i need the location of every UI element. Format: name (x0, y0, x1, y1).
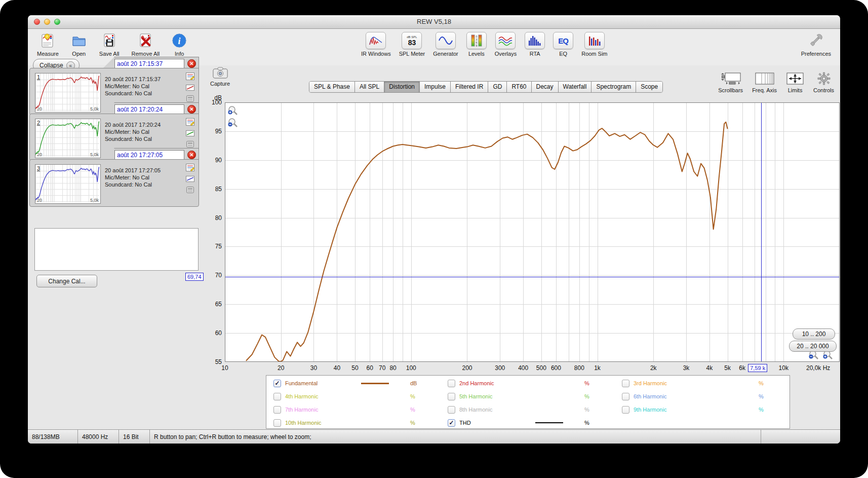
spl-meter-button[interactable]: dB SPL 83 SPL Meter (399, 32, 425, 57)
y-tick-85: 85 (200, 186, 222, 193)
measurement-actions-icon[interactable] (186, 95, 194, 102)
change-cal-button[interactable]: Change Cal... (36, 275, 97, 287)
levels-button[interactable]: 0369 Levels (466, 32, 487, 57)
range-20-20000-button[interactable]: 20 .. 20 000 (789, 341, 837, 352)
freq-axis-icon (755, 72, 775, 85)
open-folder-icon (71, 32, 87, 49)
measure-label: Measure (37, 51, 59, 57)
measurement-body[interactable]: 3 20 5,0k 20 août 2017 17:27:05 Mic/Mete… (29, 159, 199, 207)
zoom-out-vertical-icon[interactable] (227, 118, 239, 129)
scrollbars-button[interactable]: Scrollbars (718, 72, 743, 93)
measurement-name-input[interactable] (114, 150, 184, 160)
tab-waterfall[interactable]: Waterfall (559, 82, 592, 93)
legend-item-9th-harmonic: 9th Harmonic% (617, 403, 787, 416)
y-tick-100: 100 (200, 99, 222, 106)
measurement-name-input[interactable] (114, 104, 184, 115)
tab-filtered-ir[interactable]: Filtered IR (451, 82, 488, 93)
legend-checkbox-5th-harmonic[interactable] (448, 393, 455, 400)
legend-checkbox-thd[interactable]: ✓ (448, 419, 455, 427)
eq-icon: EQ (553, 32, 573, 49)
legend-label-4th-harmonic: 4th Harmonic (285, 393, 318, 399)
eq-label: EQ (559, 51, 567, 57)
legend-checkbox-2nd-harmonic[interactable] (448, 380, 455, 387)
range-10-200-button[interactable]: 10 .. 200 (793, 328, 835, 340)
thumb-axis-max: 5,0k (90, 152, 99, 157)
tab-gd[interactable]: GD (488, 82, 507, 93)
measurement-thumbnail[interactable]: 2 20 5,0k (35, 119, 101, 158)
overlays-button[interactable]: Overlays (495, 32, 517, 57)
info-button[interactable]: i Info (172, 32, 187, 57)
trace-color-icon[interactable] (186, 85, 194, 91)
tab-impulse[interactable]: Impulse (420, 82, 451, 93)
legend-checkbox-8th-harmonic[interactable] (448, 406, 455, 414)
save-all-button[interactable]: Save All (99, 32, 120, 57)
measurement-notes-icon[interactable] (186, 72, 194, 80)
limits-label: Limits (788, 87, 803, 93)
levels-icon: 0369 (466, 32, 487, 49)
remove-measurement-button[interactable]: ✕ (187, 105, 196, 114)
app-window: REW V5,18 Measure Open Save All (28, 15, 840, 444)
measurement-notes-box[interactable] (34, 228, 199, 271)
generator-label: Generator (433, 51, 458, 57)
remove-measurement-button[interactable]: ✕ (187, 59, 196, 68)
remove-all-button[interactable]: Remove All (132, 32, 160, 57)
ir-windows-button[interactable]: IR Windows (361, 32, 391, 57)
legend-sample-fundamental (361, 383, 389, 384)
eq-button[interactable]: EQ EQ (553, 32, 573, 57)
freq-axis-button[interactable]: Freq. Axis (752, 72, 777, 93)
legend-checkbox-9th-harmonic[interactable] (622, 406, 629, 414)
x-tick-6k: 6k (739, 364, 745, 372)
limits-button[interactable]: Limits (786, 72, 804, 93)
distortion-chart[interactable] (225, 102, 840, 362)
legend-checkbox-3rd-harmonic[interactable] (622, 380, 629, 387)
measurement-soundcard-cal: Soundcard: No Cal (105, 90, 181, 97)
rta-button[interactable]: RTA (525, 32, 545, 57)
legend-unit-5th-harmonic: % (584, 393, 589, 399)
tab-rt60[interactable]: RT60 (507, 82, 531, 93)
trace-color-icon[interactable] (186, 130, 194, 136)
limits-icon (786, 72, 804, 85)
measurement-thumbnail[interactable]: 1 20 5,0k (35, 73, 101, 113)
zoom-in-vertical-icon[interactable] (227, 105, 239, 117)
legend-checkbox-6th-harmonic[interactable] (622, 393, 629, 400)
tab-all-spl[interactable]: All SPL (355, 82, 384, 93)
measurement-thumbnail[interactable]: 3 20 5,0k (35, 164, 101, 204)
measurement-actions-icon[interactable] (186, 187, 194, 193)
controls-button[interactable]: Controls (813, 72, 834, 93)
trace-color-icon[interactable] (186, 176, 194, 182)
y-tick-55: 55 (200, 358, 222, 365)
legend-checkbox-4th-harmonic[interactable] (273, 393, 281, 400)
spl-meter-value: 83 (408, 39, 416, 46)
legend-checkbox-10th-harmonic[interactable] (273, 419, 281, 427)
tab-scope[interactable]: Scope (636, 82, 662, 93)
tab-decay[interactable]: Decay (532, 82, 559, 93)
open-button[interactable]: Open (71, 32, 87, 57)
measurement-name-input[interactable] (114, 59, 184, 69)
measurement-notes-icon[interactable] (186, 164, 194, 171)
bit-depth-status: 16 Bit (119, 430, 150, 444)
scrollbars-icon (720, 72, 741, 85)
measurement-actions-icon[interactable] (186, 141, 194, 148)
tab-distortion[interactable]: Distortion (384, 82, 420, 93)
ir-windows-icon (366, 32, 386, 49)
capture-button[interactable]: Capture (210, 67, 230, 87)
tab-spl-phase[interactable]: SPL & Phase (309, 82, 355, 93)
legend-item-7th-harmonic: 7th Harmonic% (268, 403, 439, 416)
tab-spectrogram[interactable]: Spectrogram (591, 82, 636, 93)
legend-checkbox-7th-harmonic[interactable] (273, 406, 281, 414)
y-tick-95: 95 (200, 128, 222, 135)
measurement-notes-icon[interactable] (186, 118, 194, 126)
measurement-mic-cal: Mic/Meter: No Cal (105, 174, 181, 181)
legend-checkbox-fundamental[interactable]: ✓ (273, 380, 281, 387)
legend-unit-6th-harmonic: % (759, 393, 764, 399)
rta-icon (525, 32, 545, 49)
room-sim-button[interactable]: Room Sim (581, 32, 607, 57)
measure-button[interactable]: Measure (37, 32, 59, 57)
remove-measurement-button[interactable]: ✕ (187, 151, 196, 159)
legend-unit-2nd-harmonic: % (584, 380, 589, 386)
legend-unit-fundamental: dB (410, 380, 417, 386)
preferences-button[interactable]: Preferences (801, 32, 831, 57)
generator-icon (436, 32, 456, 49)
measurement-mic-cal: Mic/Meter: No Cal (105, 128, 181, 135)
generator-button[interactable]: Generator (433, 32, 458, 57)
